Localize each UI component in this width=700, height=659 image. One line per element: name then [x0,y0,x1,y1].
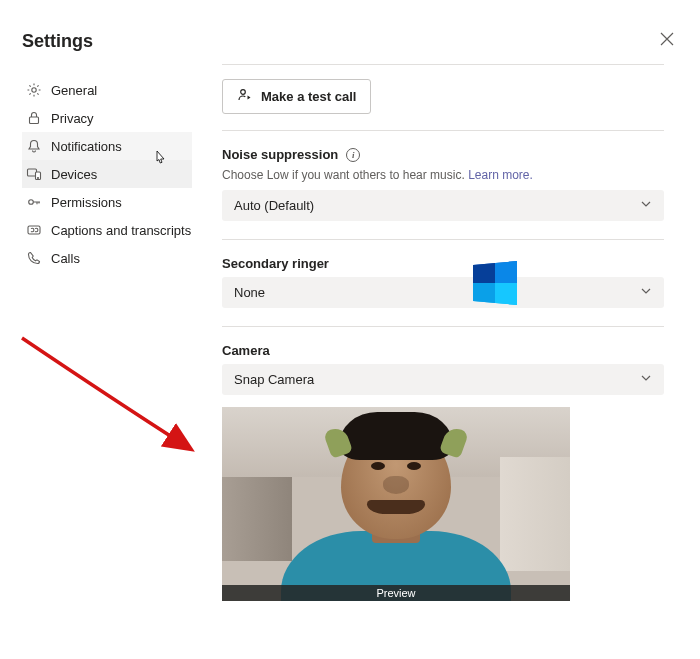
secondary-ringer-select[interactable]: None [222,277,664,308]
svg-marker-12 [473,263,495,283]
select-value: Snap Camera [234,372,314,387]
section-heading: Noise suppression [222,147,338,162]
sidebar-item-calls[interactable]: Calls [22,244,192,272]
svg-point-0 [32,88,36,92]
sidebar-item-general[interactable]: General [22,76,192,104]
preview-person [286,441,506,601]
sidebar-item-permissions[interactable]: Permissions [22,188,192,216]
sidebar-item-privacy[interactable]: Privacy [22,104,192,132]
chevron-down-icon [640,372,652,387]
sidebar-item-label: Permissions [51,195,122,210]
chevron-down-icon [640,285,652,300]
close-button[interactable] [656,28,678,54]
preview-label: Preview [222,585,570,601]
helper-text-content: Choose Low if you want others to hear mu… [222,168,465,182]
learn-more-link[interactable]: Learn more. [468,168,533,182]
select-value: None [234,285,265,300]
make-test-call-button[interactable]: Make a test call [222,79,371,114]
devices-icon [26,166,42,182]
svg-marker-15 [495,283,517,305]
phone-icon [26,250,42,266]
settings-sidebar: General Privacy Notifications Devices Pe [22,64,192,619]
sidebar-item-label: General [51,83,97,98]
lock-icon [26,110,42,126]
person-call-icon [237,87,253,106]
info-icon[interactable]: i [346,148,360,162]
svg-point-7 [241,90,246,95]
helper-text: Choose Low if you want others to hear mu… [222,168,664,182]
test-call-section: Make a test call [222,64,664,131]
sidebar-item-label: Captions and transcripts [51,223,191,238]
camera-section: Camera Snap Camera [222,327,664,619]
svg-marker-14 [473,283,495,303]
sidebar-item-label: Privacy [51,111,94,126]
chevron-down-icon [640,198,652,213]
noise-suppression-select[interactable]: Auto (Default) [222,190,664,221]
close-icon [660,32,674,49]
sidebar-item-label: Notifications [51,139,122,154]
camera-select[interactable]: Snap Camera [222,364,664,395]
svg-point-5 [29,200,34,205]
noise-suppression-section: Noise suppression i Choose Low if you wa… [222,131,664,240]
camera-preview: Preview [222,407,570,601]
button-label: Make a test call [261,89,356,104]
gear-icon [26,82,42,98]
section-heading: Secondary ringer [222,256,329,271]
captions-icon [26,222,42,238]
section-heading: Camera [222,343,270,358]
settings-content: Make a test call Noise suppression i Cho… [192,64,700,619]
svg-rect-1 [30,117,39,124]
windows-logo-icon [473,261,517,305]
sidebar-item-label: Calls [51,251,80,266]
pointer-cursor-icon [152,150,168,172]
sidebar-item-label: Devices [51,167,97,182]
page-title: Settings [22,31,93,52]
bell-icon [26,138,42,154]
key-icon [26,194,42,210]
svg-marker-13 [495,261,517,283]
sidebar-item-captions[interactable]: Captions and transcripts [22,216,192,244]
secondary-ringer-section: Secondary ringer None [222,240,664,327]
select-value: Auto (Default) [234,198,314,213]
svg-point-4 [38,178,39,179]
